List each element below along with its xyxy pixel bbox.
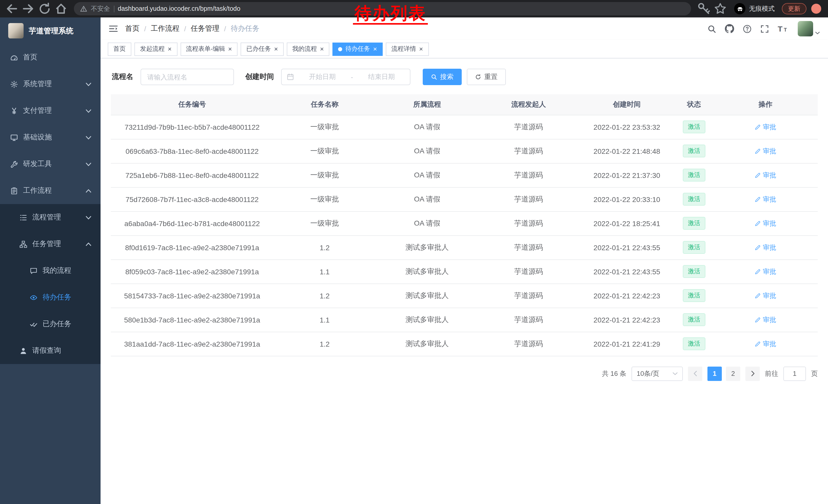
tab-close-icon[interactable]: × (373, 46, 377, 52)
tab-已办任务[interactable]: 已办任务× (241, 42, 283, 56)
search-button[interactable]: 搜索 (423, 69, 462, 85)
address-url: dashboard.yudao.iocoder.cn/bpm/task/todo (118, 5, 240, 12)
cell-process: OA 请假 (376, 115, 479, 139)
tab-close-icon[interactable]: × (228, 46, 232, 52)
tab-待办任务[interactable]: 待办任务× (333, 42, 383, 56)
security-label: 不安全 (91, 4, 110, 13)
browser-home-icon[interactable] (54, 2, 68, 15)
table-row: 8f0d1619-7ac8-11ec-a9e2-a2380e71991a1.2测… (111, 235, 818, 260)
tab-close-icon[interactable]: × (274, 46, 278, 52)
sidebar-item-my-process[interactable]: 我的流程 (0, 258, 100, 284)
sidebar-item-label: 支付管理 (23, 106, 52, 116)
sidebar-item-payment[interactable]: 支付管理 (0, 97, 100, 124)
approve-link[interactable]: 审批 (755, 243, 776, 252)
approve-link[interactable]: 审批 (755, 146, 776, 155)
sidebar-item-todo-task[interactable]: 待办任务 (0, 284, 100, 311)
cell-task-name: 一级审批 (274, 139, 376, 163)
column-header: 任务名称 (274, 94, 376, 115)
page-size-value: 10条/页 (637, 369, 659, 378)
table-row: 069c6a63-7b8a-11ec-8ef0-acde48001122一级审批… (111, 139, 818, 163)
approve-link[interactable]: 审批 (755, 315, 776, 324)
pencil-icon (755, 317, 761, 323)
chevron-down-icon (85, 107, 92, 114)
search-icon[interactable] (708, 25, 716, 33)
tab-流程表单-编辑[interactable]: 流程表单-编辑× (180, 42, 238, 56)
cell-task-name: 一级审批 (274, 187, 376, 211)
breadcrumb-item[interactable]: 首页 (125, 24, 139, 33)
tab-close-icon[interactable]: × (168, 46, 172, 52)
column-header: 创建时间 (579, 94, 675, 115)
app-logo[interactable]: 芋道管理系统 (0, 17, 100, 44)
tab-close-icon[interactable]: × (419, 46, 423, 52)
svg-text:T: T (784, 27, 787, 33)
key-icon[interactable] (697, 2, 710, 15)
approve-link[interactable]: 审批 (755, 291, 776, 300)
approve-link[interactable]: 审批 (755, 339, 776, 349)
status-badge: 激活 (683, 313, 705, 326)
table-row: 8f059c03-7ac8-11ec-a9e2-a2380e71991a1.1测… (111, 260, 818, 283)
cell-task-name: 1.2 (274, 235, 376, 260)
approve-link[interactable]: 审批 (755, 194, 776, 204)
github-icon[interactable] (725, 24, 734, 33)
column-header: 所属流程 (376, 94, 479, 115)
sidebar-item-workflow[interactable]: 工作流程 (0, 177, 100, 204)
next-page-button[interactable] (745, 366, 760, 381)
tab-我的流程[interactable]: 我的流程× (287, 42, 330, 56)
cell-starter: 芋道源码 (479, 187, 579, 211)
tab-首页[interactable]: 首页 (108, 42, 131, 56)
cell-task-id: a6aba0a4-7b6d-11ec-b781-acde48001122 (111, 211, 274, 235)
browser-back-icon[interactable] (5, 2, 18, 15)
user-avatar[interactable] (798, 21, 820, 36)
page-button-1[interactable]: 1 (707, 366, 722, 381)
cell-starter: 芋道源码 (479, 211, 579, 235)
process-name-label: 流程名 (112, 72, 133, 82)
collapse-sidebar-icon[interactable] (109, 24, 118, 33)
goto-page-input[interactable] (783, 366, 806, 381)
cell-status: 激活 (675, 308, 713, 332)
tab-close-icon[interactable]: × (320, 46, 324, 52)
approve-link[interactable]: 审批 (755, 122, 776, 132)
process-name-input[interactable] (140, 69, 234, 85)
browser-menu-icon[interactable] (810, 2, 823, 15)
status-badge: 激活 (683, 169, 705, 182)
breadcrumb-item[interactable]: 工作流程 (151, 24, 179, 33)
browser-update-button[interactable]: 更新 (782, 3, 806, 14)
approve-link[interactable]: 审批 (755, 171, 776, 180)
date-range-picker[interactable]: 开始日期 - 结束日期 (281, 69, 410, 85)
fullscreen-icon[interactable] (760, 25, 769, 33)
prev-page-button[interactable] (688, 366, 702, 381)
approve-link[interactable]: 审批 (755, 219, 776, 228)
cell-process: OA 请假 (376, 187, 479, 211)
sidebar-item-leave-query[interactable]: 请假查询 (0, 337, 100, 364)
page-button-2[interactable]: 2 (726, 366, 740, 381)
help-icon[interactable] (743, 25, 752, 33)
font-size-icon[interactable]: TT (778, 24, 789, 33)
sidebar-item-home[interactable]: 首页 (0, 44, 100, 71)
sidebar-item-task-mgmt[interactable]: 任务管理 (0, 231, 100, 258)
tab-发起流程[interactable]: 发起流程× (134, 42, 177, 56)
table-row: 58154733-7ac8-11ec-a9e2-a2380e71991a1.2测… (111, 283, 818, 308)
browser-forward-icon[interactable] (22, 2, 35, 15)
breadcrumb-item[interactable]: 任务管理 (191, 24, 219, 33)
page-size-select[interactable]: 10条/页 (631, 366, 683, 381)
browser-refresh-icon[interactable] (38, 2, 51, 15)
caret-down-icon (815, 31, 820, 35)
sidebar-item-process-mgmt[interactable]: 流程管理 (0, 204, 100, 231)
pencil-icon (755, 292, 761, 299)
tag-tabs-bar: 首页发起流程×流程表单-编辑×已办任务×我的流程×待办任务×流程详情× (100, 40, 828, 58)
table-row: 381aa1dd-7ac8-11ec-a9e2-a2380e71991a1.2测… (111, 332, 818, 356)
column-header: 操作 (713, 94, 818, 115)
bookmark-star-icon[interactable] (714, 2, 727, 15)
pencil-icon (755, 268, 761, 275)
reset-button[interactable]: 重置 (467, 69, 506, 85)
page-unit-label: 页 (811, 369, 818, 378)
approve-link[interactable]: 审批 (755, 267, 776, 276)
status-badge: 激活 (683, 217, 705, 230)
sidebar-item-done-task[interactable]: 已办任务 (0, 311, 100, 337)
sidebar-item-devtools[interactable]: 研发工具 (0, 151, 100, 177)
calendar-icon (287, 73, 294, 81)
sidebar-item-infra[interactable]: 基础设施 (0, 124, 100, 151)
sidebar-item-label: 待办任务 (43, 293, 71, 302)
sidebar-item-system[interactable]: 系统管理 (0, 71, 100, 97)
tab-流程详情[interactable]: 流程详情× (386, 42, 429, 56)
